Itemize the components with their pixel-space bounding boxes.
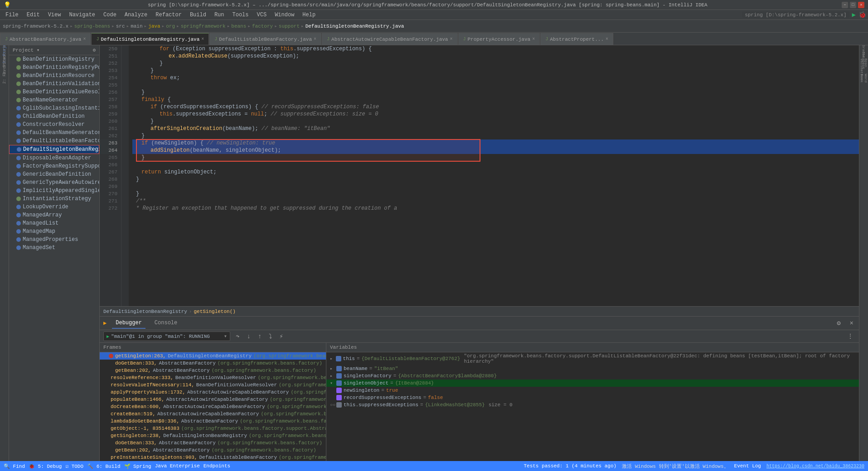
nav-support[interactable]: support [279,24,300,29]
nav-module[interactable]: spring-beans [74,24,110,29]
frame-item-8[interactable]: createBean:519, AbstractAutowireCapableB… [100,410,326,418]
frame-item-1[interactable]: doGetBean:333, AbstractBeanFactory (org.… [100,360,326,367]
menu-edit[interactable]: Edit [23,11,44,19]
menu-help[interactable]: Help [299,11,319,19]
step-over-icon[interactable]: ↷ [234,332,241,341]
frame-item-12[interactable]: doGetBean:333, AbstractBeanFactory (org.… [100,439,326,447]
sidebar-item-defaultlistablebeandefinition[interactable]: DefaultListableBeanFactory [9,137,99,145]
step-into-icon[interactable]: ↓ [245,332,252,341]
run-button[interactable]: ▶ [852,11,856,19]
expand-icon[interactable]: ▸ [330,356,334,361]
sidebar-item-defaultsingletonbeanregistry[interactable]: DefaultSingletonBeanRegistry [9,145,99,154]
nav-project[interactable]: spring-framework-5.2.x [3,24,68,29]
tab-abstractproperty-close[interactable]: × [606,37,608,42]
nav-factory[interactable]: factory [252,24,273,29]
sidebar-item-beandefinitionresource[interactable]: BeanDefinitionResource [9,72,99,80]
var-newsingleton[interactable]: newSingleton = true [326,387,859,394]
tab-propertyaccessor-close[interactable]: × [532,37,535,42]
minimize-button[interactable]: – [842,2,848,8]
menu-tools[interactable]: Tools [229,11,252,19]
sidebar-item-childbeandefinition[interactable]: ChildBeanDefinition [9,112,99,120]
thread-selector[interactable]: ▶ "main"@1 in group "main": RUNNING ▾ [103,332,230,341]
sidebar-item-managedarray[interactable]: ManagedArray [9,211,99,219]
tab-console[interactable]: Console [151,318,181,329]
tab-propertyaccessor[interactable]: J PropertyAccessor.java × [458,33,540,45]
status-endpoints[interactable]: Endpoints [204,463,230,469]
sidebar-item-managedlist[interactable]: ManagedList [9,219,99,227]
sidebar-item-defaultbeannamegenerator[interactable]: DefaultBeanNameGenerator [9,129,99,137]
run-config[interactable]: spring [D:\spring-framework-5.2.x] [742,12,849,18]
menu-analyze[interactable]: Analyze [121,11,151,19]
sidebar-item-constructorresolver[interactable]: ConstructorResolver [9,120,99,129]
frame-item-0[interactable]: getSingleton:263, DefaultSingletonBeanRe… [100,352,326,360]
debug-settings-icon[interactable]: ⚙ [835,318,842,328]
sidebar-item-generictypeaware[interactable]: GenericTypeAwareAutowireCandidateResolve… [9,178,99,187]
sidebar-item-implicitly[interactable]: ImplicitlyAppearedSingletonException [9,187,99,195]
right-icon-beanvalidation[interactable]: Bean Validation [860,65,868,73]
frame-item-13[interactable]: getBean:202, AbstractBeanFactory (org.sp… [100,447,326,454]
sidebar-item-lookupoverride[interactable]: LookupOverride [9,203,99,211]
run-to-cursor-icon[interactable]: ⤵ [267,332,274,341]
nav-beans[interactable]: beans [231,24,246,29]
status-debug[interactable]: 🐞 5: Debug [29,463,62,469]
sidebar-item-beandefinitionregistry[interactable]: BeanDefinitionRegistry [9,55,99,63]
step-out-icon[interactable]: ↑ [256,332,263,341]
frame-item-14[interactable]: preInstantiateSingletons:903, DefaultLis… [100,454,326,461]
window-controls[interactable]: – □ ✕ [842,2,864,8]
close-button[interactable]: ✕ [858,2,864,8]
frame-item-9[interactable]: lambda$doGetBean$0:336, AbstractBeanFact… [100,418,326,425]
frame-item-4[interactable]: resolveValueIfNecessary:114, BeanDefinit… [100,381,326,389]
debug-run-icon[interactable]: ▶ [103,320,107,327]
status-spring[interactable]: 🌱 Spring [124,463,151,469]
sidebar-item-beannamegenerator[interactable]: BeanNameGenerator [9,96,99,104]
menu-navigate[interactable]: Navigate [65,11,99,19]
var-suppressedexceptions[interactable]: ○○ this.suppressedExceptions = {LinkedHa… [326,401,859,409]
nav-main[interactable]: main [131,24,142,29]
sidebar-item-disposablebeanadapter[interactable]: DisposableBeanAdapter [9,154,99,162]
menu-vcs[interactable]: VCS [253,11,271,19]
evaluate-icon[interactable]: ⚡ [277,332,285,341]
debug-button[interactable]: 🐞 [858,11,866,19]
frame-item-3[interactable]: resolveReference:333, BeanDefinitionValu… [100,374,326,381]
code-lines[interactable]: for (Exception suppressedException : thi… [129,45,859,306]
debug-close-icon[interactable]: × [848,319,855,328]
menu-refactor[interactable]: Refactor [152,11,185,19]
menu-build[interactable]: Build [186,11,210,19]
expand-icon[interactable]: ▸ [330,373,335,379]
right-icon-wordbook[interactable]: Word Book [860,74,868,82]
status-javaenterprise[interactable]: Java Enterprise [155,463,200,469]
sidebar-item-cglib[interactable]: CglibSubclassingInstantiationStrategy [9,104,99,112]
expand-icon[interactable]: ▸ [330,366,335,371]
code-editor[interactable]: 250 251 252 253 254 255 256 257 258 259 … [100,45,859,306]
var-singletonobject[interactable]: ▾ singletonObject = {ItBean@2884} [326,380,859,387]
tab-defaultsingleton-close[interactable]: × [201,37,204,42]
left-icon-favorites[interactable]: 2: Favorites [0,65,9,73]
tab-abstractbeanfactory-close[interactable]: × [83,37,86,42]
tab-abstractproperty[interactable]: J AbstractPropert... × [540,33,613,45]
expand-icon[interactable]: ▾ [330,380,335,386]
sidebar-settings[interactable]: ⚙ [92,47,96,53]
sidebar-item-managedproperties[interactable]: ManagedProperties [9,236,99,244]
frame-item-7[interactable]: doCreateBean:600, AbstractAutowireCapabl… [100,403,326,410]
status-eventlog[interactable]: Event Log [734,463,761,469]
debug-more-icon[interactable]: ⋮ [845,332,855,341]
sidebar-item-instantiationstrategy[interactable]: InstantiationStrategy [9,195,99,203]
nav-org[interactable]: org [166,24,175,29]
sidebar-item-genericbeandefinition[interactable]: GenericBeanDefinition [9,170,99,178]
status-find[interactable]: 🔍 Find [4,463,25,469]
tab-abstractbeanfactory[interactable]: J AbstractBeanFactory.java × [0,33,91,45]
nav-springframework[interactable]: springframework [181,24,226,29]
frame-item-2[interactable]: getBean:202, AbstractBeanFactory (org.sp… [100,367,326,374]
status-todo[interactable]: ☑ TODO [65,463,83,469]
sidebar-item-beandefinitionvalueresolver[interactable]: BeanDefinitionValueResolver [9,88,99,96]
var-recordsuppressedexceptions[interactable]: recordSuppressedExceptions = false [326,394,859,401]
sidebar-item-managedmap[interactable]: ManagedMap [9,227,99,236]
status-build[interactable]: 🔨 6: Build [87,463,120,469]
var-singletonfactory[interactable]: ▸ singletonFactory = {AbstractBeanFactor… [326,372,859,380]
tab-abstractautowire[interactable]: J AbstractAutowireCapableBeanFactory.jav… [322,33,457,45]
sidebar-item-managedset[interactable]: ManagedSet [9,244,99,252]
var-this[interactable]: ▸ this = {DefaultListableBeanFactory@276… [326,352,859,365]
maximize-button[interactable]: □ [850,2,856,8]
tab-defaultsingleton[interactable]: J DefaultSingletonBeanRegistry.java × [91,33,209,45]
menu-window[interactable]: Window [271,11,298,19]
